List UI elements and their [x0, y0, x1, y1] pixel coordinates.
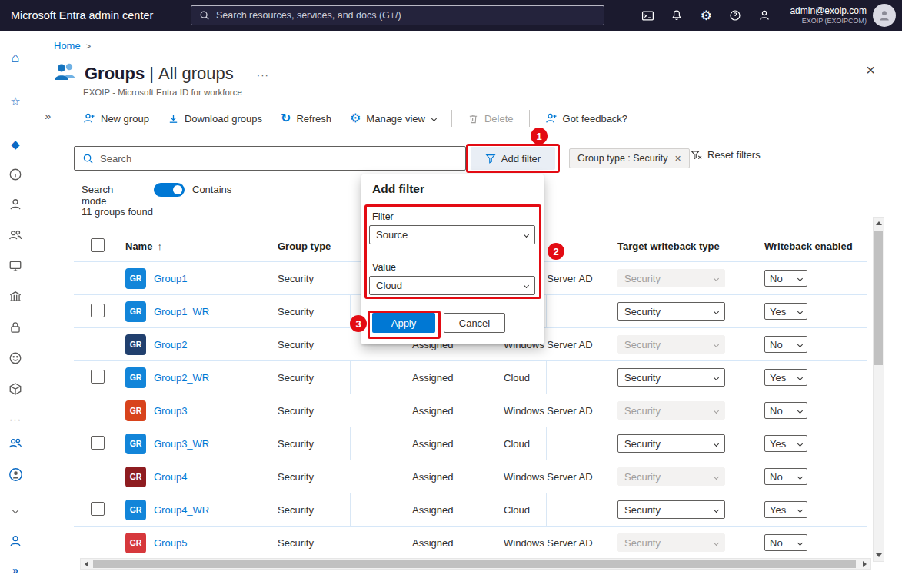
chevron-down-icon [797, 440, 803, 446]
lock-icon [8, 321, 22, 334]
breadcrumb-home-link[interactable]: Home [54, 40, 81, 51]
value-select[interactable]: Cloud [369, 276, 535, 295]
group-name-link[interactable]: Group4_WR [154, 504, 209, 516]
sidebar-item-entra-id[interactable]: ◆ [0, 131, 31, 156]
row-checkbox[interactable] [91, 502, 105, 516]
reset-filters-button[interactable]: Reset filters [691, 149, 761, 161]
sidebar-item-identity-governance[interactable] [0, 346, 31, 370]
feedback-button[interactable]: Got feedback? [536, 107, 637, 130]
target-writeback-select[interactable]: Security [617, 533, 725, 552]
group-name-link[interactable]: Group5 [154, 537, 187, 549]
sidebar-item-favorites[interactable]: ☆ [0, 88, 31, 113]
avatar[interactable] [873, 4, 896, 27]
group-name-link[interactable]: Group1 [154, 273, 187, 284]
filter-select[interactable]: Source [369, 225, 535, 244]
target-writeback-select[interactable]: Security [617, 401, 725, 420]
group-name-link[interactable]: Group3 [154, 405, 187, 417]
writeback-enabled-select[interactable]: Yes [764, 501, 807, 518]
entra-admin-center: Microsoft Entra admin center ⚙ admin@exo… [0, 0, 902, 588]
add-filter-button[interactable]: Add filter [471, 147, 555, 170]
refresh-button[interactable]: ↻ Refresh [271, 107, 341, 130]
sidebar-item-external-identities[interactable] [0, 377, 31, 401]
target-writeback-select[interactable]: Security [617, 467, 725, 486]
writeback-enabled-select[interactable]: No [764, 402, 807, 419]
sidebar-item-devices[interactable] [0, 254, 31, 278]
delete-button[interactable]: Delete [458, 107, 523, 130]
group-name-link[interactable]: Group4 [154, 471, 187, 483]
sidebar-expand[interactable]: » [0, 558, 31, 583]
target-writeback-select[interactable]: Security [617, 302, 725, 321]
name-cell: GRGroup4_WR [109, 500, 261, 520]
search-mode-toggle[interactable] [154, 183, 185, 197]
collapse-chevrons-icon[interactable]: » [45, 109, 51, 122]
sidebar-item-overview[interactable] [0, 162, 31, 187]
writeback-enabled-select[interactable]: No [764, 468, 807, 485]
writeback-enabled-select[interactable]: Yes [764, 303, 807, 320]
row-checkbox[interactable] [91, 370, 105, 384]
header-writeback-enabled[interactable]: Writeback enabled [746, 241, 867, 252]
help-icon[interactable] [721, 0, 750, 31]
writeback-enabled-select[interactable]: No [764, 534, 807, 551]
vertical-scrollbar[interactable] [873, 217, 884, 562]
horizontal-scrollbar[interactable] [80, 558, 871, 570]
sidebar-item-home[interactable]: ⌂ [0, 45, 31, 70]
checkbox-cell [74, 436, 109, 452]
scroll-left-arrow[interactable] [81, 559, 92, 569]
name-cell: GRGroup3 [109, 400, 261, 421]
writeback-enabled-select[interactable]: Yes [764, 435, 807, 452]
download-groups-button[interactable]: Download groups [158, 107, 271, 130]
target-writeback-select[interactable]: Security [617, 269, 725, 287]
global-search-input[interactable] [216, 10, 596, 21]
sidebar-item-applications[interactable] [0, 284, 31, 309]
row-checkbox[interactable] [91, 436, 105, 450]
sidebar-item-learn-support[interactable] [0, 431, 31, 456]
scroll-right-arrow[interactable] [859, 559, 870, 569]
filter-pill-group-type[interactable]: Group type : Security × [569, 148, 690, 168]
account-menu[interactable]: admin@exoip.com EXOIP (EXOIPCOM) [790, 5, 867, 25]
settings-gear-icon[interactable]: ⚙ [691, 0, 721, 31]
scroll-down-arrow[interactable] [874, 550, 884, 561]
feedback-person-icon[interactable] [750, 0, 779, 31]
writeback-enabled-select[interactable]: No [764, 336, 807, 353]
header-target-writeback[interactable]: Target writeback type [603, 241, 746, 252]
header-name[interactable]: Name↑ [109, 241, 261, 252]
writeback-enabled-select[interactable]: Yes [764, 369, 807, 386]
groups-search-box[interactable] [74, 146, 466, 171]
writeback-enabled-select[interactable]: No [764, 270, 807, 287]
cancel-button[interactable]: Cancel [444, 313, 505, 333]
more-actions-icon[interactable]: ··· [257, 69, 269, 81]
sidebar-scroll-down[interactable] [0, 498, 31, 523]
target-writeback-select[interactable]: Security [617, 335, 725, 354]
group-name-link[interactable]: Group3_WR [154, 438, 209, 450]
target-writeback-select[interactable]: Security [617, 500, 725, 519]
breadcrumb-separator: > [86, 42, 91, 51]
target-writeback-select[interactable]: Security [617, 368, 725, 387]
horizontal-scrollbar-thumb[interactable] [93, 560, 856, 568]
scroll-up-arrow[interactable] [874, 218, 884, 229]
target-writeback-select[interactable]: Security [617, 434, 725, 453]
app-title[interactable]: Microsoft Entra admin center [11, 0, 153, 31]
writeback-enabled-cell: Yes [746, 303, 867, 320]
remove-filter-icon[interactable]: × [674, 152, 681, 164]
vertical-scrollbar-thumb[interactable] [874, 231, 883, 365]
sidebar-item-account-badge[interactable] [0, 462, 31, 487]
manage-view-button[interactable]: ⚙ Manage view [341, 107, 445, 130]
groups-search-input[interactable] [100, 153, 458, 164]
sidebar-item-users[interactable] [0, 192, 31, 217]
sidebar-item-protection[interactable] [0, 315, 31, 340]
apply-button[interactable]: Apply [372, 313, 435, 333]
global-search[interactable] [191, 5, 604, 25]
group-name-link[interactable]: Group2 [154, 339, 187, 350]
sidebar-item-user-bottom[interactable] [0, 529, 31, 553]
sidebar-item-more[interactable]: ··· [0, 407, 31, 431]
row-checkbox[interactable] [91, 304, 105, 317]
select-all-checkbox[interactable] [91, 238, 105, 252]
new-group-button[interactable]: New group [74, 107, 158, 130]
close-blade-icon[interactable]: × [866, 61, 875, 78]
notifications-bell-icon[interactable] [662, 0, 691, 31]
sidebar-item-groups[interactable] [0, 223, 31, 247]
group-name-link[interactable]: Group2_WR [154, 372, 209, 384]
group-name-link[interactable]: Group1_WR [154, 306, 209, 317]
cloud-shell-icon[interactable] [633, 0, 662, 31]
table-row: GRGroup3_WRSecurityAssignedCloudSecurity… [74, 427, 867, 460]
